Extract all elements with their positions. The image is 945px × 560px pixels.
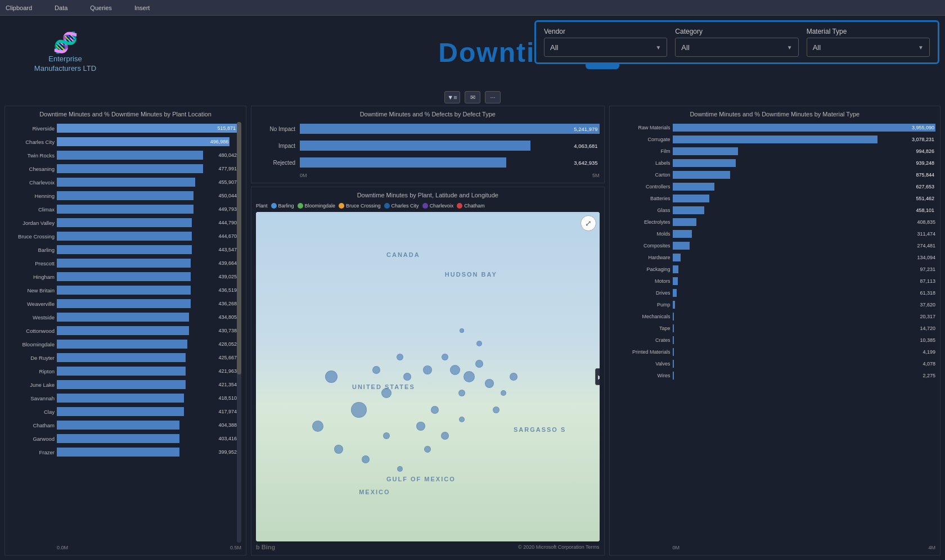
table-row: Printed Materials4,199 <box>614 346 935 357</box>
table-row: Charles City496,986 <box>10 136 237 148</box>
table-row: Garwood403,416 <box>10 432 237 445</box>
table-row: Bloomingdale428,052 <box>10 338 237 350</box>
map-dot <box>441 432 449 440</box>
map-dot <box>493 407 500 413</box>
filter-icon-btn[interactable]: ▼≡ <box>444 91 460 103</box>
right-bar-container: 875,844 <box>673 171 935 179</box>
table-row: Henning450,044 <box>10 189 237 202</box>
map-dot <box>362 455 370 463</box>
right-bar-label: Wires <box>614 373 670 378</box>
right-bar-fill <box>673 277 678 285</box>
right-bar-container <box>673 360 919 368</box>
map-copyright: © 2020 Microsoft Corporation Terms <box>518 544 600 550</box>
right-bar-label: Electrolytes <box>614 219 670 225</box>
right-bar-value-outside: 20,317 <box>920 314 935 319</box>
material-type-select[interactable]: All ▼ <box>807 38 930 57</box>
bar-container <box>57 380 214 389</box>
table-row: Riverside515,871 <box>10 122 237 134</box>
list-item: Charlevoix <box>422 203 454 209</box>
bar-fill <box>57 394 184 403</box>
map-title: Downtime Minutes by Plant, Latitude and … <box>256 192 600 198</box>
right-bar-label: Pump <box>614 302 670 308</box>
right-bar-label: Glass <box>614 207 670 213</box>
table-row: Jordan Valley444,790 <box>10 216 237 229</box>
bar-fill <box>57 326 189 335</box>
map-region-label: MEXICO <box>359 489 390 495</box>
bar-container <box>57 367 214 376</box>
table-row: Motors87,113 <box>614 276 935 286</box>
bar-container <box>57 259 214 268</box>
table-row: Glass458,101 <box>614 205 935 215</box>
legend-label: Barling <box>278 203 294 209</box>
bar-value-outside: 421,963 <box>218 368 237 374</box>
filter-box: Vendor All ▼ Category All ▼ Material Typ… <box>534 20 939 64</box>
table-row: Climax449,793 <box>10 203 237 215</box>
bar-fill <box>57 448 179 457</box>
map-arrow-button[interactable]: ▶ <box>595 368 600 385</box>
bar-container <box>57 286 214 295</box>
category-select[interactable]: All ▼ <box>675 38 798 57</box>
map-region-label: Gulf Of Mexico <box>386 476 456 482</box>
bar-fill <box>57 218 192 227</box>
right-bar-container: 627,653 <box>673 183 935 191</box>
defect-bar-fill <box>300 141 530 151</box>
map-dot <box>334 445 343 454</box>
defect-bar-fill <box>300 124 600 134</box>
bar-fill <box>57 245 192 254</box>
left-scrollbar[interactable] <box>237 122 241 543</box>
legend-dot-icon <box>457 203 462 209</box>
toolbar-queries[interactable]: Queries <box>90 4 112 11</box>
bar-value-outside: 444,790 <box>218 220 237 225</box>
material-type-filter-group: Material Type All ▼ <box>807 28 930 57</box>
bar-label: Hingham <box>10 274 55 280</box>
map-region-label: CANADA <box>386 251 420 258</box>
table-row: Frazer399,952 <box>10 446 237 458</box>
defect-bar-label: Rejected <box>256 160 295 166</box>
right-bar-fill <box>673 147 739 155</box>
toolbar-data[interactable]: Data <box>55 4 68 11</box>
list-item: Bruce Crossing <box>339 203 381 209</box>
table-row: New Britain436,519 <box>10 284 237 296</box>
bar-value-outside: 404,388 <box>218 422 237 428</box>
material-type-label: Material Type <box>807 28 930 35</box>
right-bar-value: 3,955,090 <box>912 125 934 130</box>
map-dot <box>450 365 460 375</box>
vendor-select[interactable]: All ▼ <box>544 38 667 57</box>
table-row: De Ruyter425,667 <box>10 351 237 364</box>
right-bar-container <box>673 277 916 285</box>
header-row: 🧬 Enterprise Manufacturers LTD Downtime … <box>0 16 945 89</box>
email-icon-btn[interactable]: ✉ <box>465 91 480 103</box>
bar-label: Jordan Valley <box>10 220 55 226</box>
table-row: Valves4,078 <box>614 358 935 369</box>
right-bar-value: 3,078,231 <box>912 137 934 142</box>
defect-bar-fill <box>300 157 506 168</box>
toolbar-insert[interactable]: Insert <box>134 4 150 11</box>
table-row: Chatham404,388 <box>10 419 237 431</box>
right-bar-fill <box>673 289 677 297</box>
bar-value-outside: 439,664 <box>218 260 237 266</box>
map-region-label: Sargasso S <box>514 426 566 433</box>
table-row: Labels939,248 <box>614 157 935 168</box>
table-row: June Lake421,354 <box>10 378 237 391</box>
right-bar-container <box>673 372 919 380</box>
right-bar-value-outside: 97,231 <box>920 267 935 272</box>
map-expand-button[interactable]: ⤢ <box>580 215 596 231</box>
table-row: Rejected3,642,935 <box>256 156 600 169</box>
bar-label: Cottonwood <box>10 328 55 334</box>
bar-value-outside: 428,052 <box>218 341 237 347</box>
right-bar-label: Composites <box>614 243 670 249</box>
list-item: Chatham <box>457 203 485 209</box>
bar-value-outside: 436,268 <box>218 301 237 306</box>
toolbar-clipboard[interactable]: Clipboard <box>6 4 32 11</box>
map-panel: Downtime Minutes by Plant, Latitude and … <box>251 187 605 556</box>
bar-container <box>57 218 214 227</box>
right-bar-fill <box>673 336 674 344</box>
more-icon-btn[interactable]: ··· <box>485 91 501 103</box>
table-row: Wires2,275 <box>614 370 935 381</box>
map-dot <box>381 388 392 398</box>
map-region-label: Hudson Bay <box>445 271 497 278</box>
category-label: Category <box>675 28 798 35</box>
left-chart-title: Downtime Minutes and % Downtime Minutes … <box>10 111 241 118</box>
bar-label: Climax <box>10 206 55 213</box>
right-bar-value-outside: 2,275 <box>922 373 935 378</box>
